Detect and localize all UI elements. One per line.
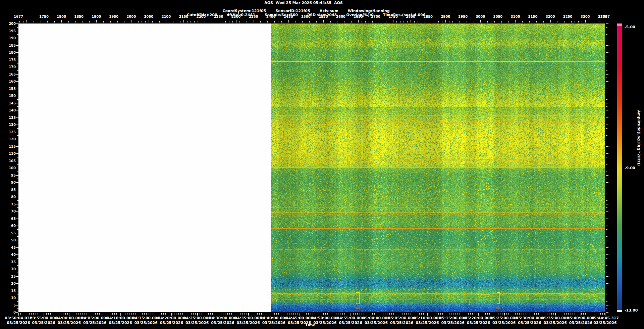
top-axis-tick bbox=[166, 20, 166, 22]
top-axis-tick bbox=[281, 21, 282, 22]
time-axis-tick bbox=[588, 313, 588, 315]
time-axis-tick bbox=[538, 313, 539, 315]
freq-axis-label: 35 bbox=[2, 260, 16, 264]
freq-axis-label: 135 bbox=[2, 115, 16, 119]
time-axis-major-tick bbox=[402, 313, 402, 316]
top-axis-tick bbox=[149, 20, 149, 22]
time-tick-label: 04:10:00.00003/25/2026 bbox=[107, 316, 134, 325]
freq-axis-right-tick bbox=[606, 146, 608, 147]
freq-axis-right-tick bbox=[606, 168, 608, 168]
time-axis-tick bbox=[393, 313, 394, 315]
top-axis-tick bbox=[58, 21, 58, 22]
freq-axis-right-tick bbox=[606, 125, 608, 125]
freq-axis-tick bbox=[16, 182, 18, 183]
freq-axis-label: 45 bbox=[2, 245, 16, 249]
time-axis-tick bbox=[451, 313, 451, 315]
aos-spectrogram-window: AOS Wed 25 Mar 2026 05:44:35 AOS CoordSy… bbox=[0, 0, 644, 329]
time-axis-tick bbox=[144, 313, 145, 315]
time-axis-tick bbox=[163, 313, 164, 315]
time-axis-tick bbox=[266, 313, 266, 315]
freq-axis-tick bbox=[16, 305, 18, 306]
time-axis-tick bbox=[453, 313, 453, 315]
time-axis-major-tick bbox=[95, 313, 95, 316]
top-axis-tick bbox=[271, 20, 271, 22]
time-axis-tick bbox=[372, 313, 373, 315]
freq-axis-right-tick bbox=[606, 42, 607, 42]
freq-axis-right-tick bbox=[606, 219, 608, 219]
top-axis-tick bbox=[239, 21, 240, 22]
time-axis-tick bbox=[189, 313, 189, 315]
top-axis-tick bbox=[582, 21, 582, 22]
time-axis-major-tick bbox=[325, 313, 325, 316]
freq-axis-right-tick bbox=[606, 301, 607, 302]
top-axis-tick bbox=[467, 21, 467, 22]
time-axis-tick bbox=[492, 313, 492, 315]
freq-axis-right-tick bbox=[606, 49, 607, 49]
time-axis-tick bbox=[532, 313, 532, 315]
freq-axis-right-tick bbox=[606, 251, 607, 251]
top-axis-tick bbox=[96, 20, 97, 22]
top-axis-tick bbox=[501, 21, 502, 22]
top-axis-tick bbox=[247, 21, 247, 22]
time-axis-tick bbox=[462, 313, 462, 315]
top-axis-label: 2850 bbox=[423, 15, 433, 18]
freq-axis-tick bbox=[16, 283, 18, 284]
top-axis-label: 2300 bbox=[231, 15, 241, 18]
time-axis-major-tick bbox=[171, 313, 172, 316]
colorbar-min-label: -13.00 bbox=[625, 308, 638, 313]
colorbar-max-label: -5.00 bbox=[625, 25, 635, 29]
time-axis-tick bbox=[502, 313, 502, 315]
top-axis-tick bbox=[438, 21, 439, 22]
top-axis-tick bbox=[41, 21, 41, 22]
time-axis-tick bbox=[104, 313, 104, 315]
time-axis-tick bbox=[38, 313, 38, 315]
top-axis-tick bbox=[330, 21, 331, 22]
freq-axis-right-tick bbox=[606, 273, 607, 273]
spectrogram-canvas[interactable] bbox=[271, 23, 605, 312]
top-axis-label: 1850 bbox=[74, 15, 84, 18]
top-axis-tick bbox=[159, 21, 160, 22]
time-axis-tick bbox=[23, 313, 23, 315]
freq-axis-tick bbox=[16, 291, 18, 291]
time-axis-tick bbox=[123, 313, 123, 315]
time-axis-tick bbox=[198, 313, 198, 315]
top-axis-tick bbox=[603, 20, 603, 22]
freq-axis-tick bbox=[16, 269, 18, 269]
freq-axis-right-tick bbox=[606, 31, 608, 31]
time-axis-major-tick bbox=[300, 313, 300, 316]
time-tick-label: 04:40:00.00003/25/2026 bbox=[260, 316, 288, 325]
time-axis-tick bbox=[568, 313, 569, 315]
time-axis-tick bbox=[291, 313, 291, 315]
top-axis-tick bbox=[320, 21, 320, 22]
top-axis-tick bbox=[229, 21, 229, 22]
freq-axis-tick bbox=[16, 161, 18, 161]
top-axis-label: 3150 bbox=[528, 15, 538, 18]
time-axis-major-tick bbox=[504, 313, 504, 316]
time-tick-label: 03:50:04.03703/25/2026 bbox=[5, 316, 32, 325]
top-axis-tick bbox=[470, 21, 470, 22]
freq-axis-right-tick bbox=[606, 207, 607, 208]
top-axis-tick bbox=[65, 21, 65, 22]
top-axis-tick bbox=[515, 20, 516, 22]
time-axis-tick bbox=[259, 313, 260, 315]
time-axis-major-tick bbox=[530, 313, 530, 316]
top-axis-tick bbox=[128, 21, 128, 22]
top-axis-label: 2050 bbox=[144, 15, 153, 18]
top-axis-tick bbox=[550, 20, 551, 22]
top-axis-tick bbox=[432, 21, 432, 22]
time-axis-tick bbox=[494, 313, 494, 315]
time-axis-tick bbox=[366, 313, 366, 315]
freq-axis-right-tick bbox=[606, 103, 608, 103]
top-axis-label: 2000 bbox=[126, 15, 136, 18]
top-axis-tick bbox=[121, 21, 121, 22]
header-title: AOS Wed 25 Mar 2026 05:44:35 AOS bbox=[18, 1, 589, 5]
freq-axis-tick bbox=[16, 132, 18, 132]
top-axis-tick bbox=[274, 21, 275, 22]
freq-axis-right-tick bbox=[606, 200, 607, 201]
time-axis-tick bbox=[600, 313, 601, 315]
time-axis-tick bbox=[138, 313, 138, 315]
top-axis-tick bbox=[79, 20, 79, 22]
time-axis-tick bbox=[42, 313, 42, 315]
time-axis-tick bbox=[551, 313, 552, 315]
freq-axis-right-tick bbox=[606, 89, 608, 89]
